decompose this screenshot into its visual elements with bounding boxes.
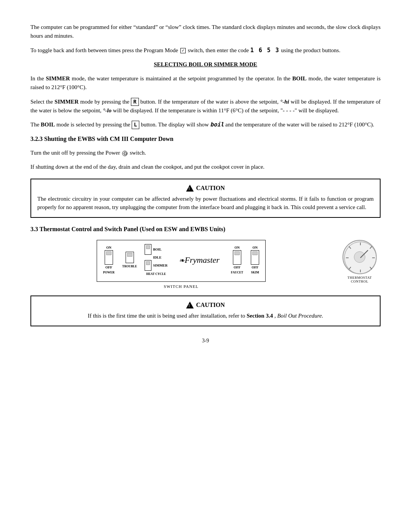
p4-m4: will be displayed. If the temperature is… [113, 107, 339, 113]
boil-switch [145, 244, 151, 255]
svg-line-6 [349, 267, 351, 269]
boil-switch-tab [146, 245, 150, 249]
page-number: 3-9 [30, 338, 381, 344]
switch-panel-label: SWITCH PANEL [164, 284, 198, 289]
r-button: R [131, 98, 139, 106]
skim-switch-tab [252, 251, 258, 255]
paragraph-1: The computer can be programmed for eithe… [30, 23, 381, 41]
caution-box-1: CAUTION The electronic circuitry in your… [30, 179, 381, 218]
skim-label: SKIM [251, 271, 259, 274]
paragraph-7: If shutting down at the end of the day, … [30, 163, 381, 171]
p5-m2: button. The display will show [141, 121, 210, 128]
paragraph-3: In the SIMMER mode, the water temperatur… [30, 74, 381, 92]
p2-text-prefix: To toggle back and forth between times p… [30, 47, 178, 53]
thermostat-dial [342, 240, 377, 274]
svg-line-4 [370, 267, 372, 269]
power-column: ON OFF POWER [103, 246, 115, 274]
p5-end: and the temperature of the water will be… [225, 121, 374, 128]
p5-prefix: The [30, 121, 41, 128]
panel-inner: ON OFF POWER TROUBLE [103, 244, 259, 276]
boil-switch-label: BOIL [153, 248, 162, 251]
p2-text-end: using the product buttons. [281, 47, 341, 53]
code-inline: 1 6 5 3 [250, 47, 280, 54]
power-switch [105, 250, 113, 265]
selecting-heading: SELECTING BOIL OR SIMMER MODE [30, 60, 381, 69]
p5-boil: BOIL [41, 121, 55, 128]
frymaster-text: Frymaster [185, 255, 220, 265]
power-off-label: OFF [105, 265, 112, 269]
p3-boil: BOIL [292, 75, 307, 81]
faucet-switch [233, 250, 241, 265]
switch-panel-box: ON OFF POWER TROUBLE [97, 240, 266, 282]
simmer-switch-label: SIMMER [153, 264, 167, 267]
simmer-row: SIMMER [145, 260, 167, 271]
p3-prefix: In the [30, 75, 46, 81]
trouble-switch [126, 252, 134, 263]
p4-hi: °-hi [280, 99, 289, 105]
p6-end: switch. [130, 150, 146, 156]
simmer-switch-tab [146, 261, 150, 265]
p4-m1: mode by pressing the [80, 99, 131, 105]
simmer-switch [145, 260, 151, 271]
paragraph-2: To toggle back and forth between times p… [30, 46, 381, 55]
power-switch-tab [106, 251, 112, 255]
caution-text-2: If this is the first time the unit is be… [37, 312, 374, 320]
caution-label-1: CAUTION [196, 185, 225, 192]
caution-label-2: CAUTION [196, 302, 225, 308]
svg-line-2 [370, 246, 372, 249]
svg-line-9 [360, 250, 368, 258]
trouble-label: TROUBLE [122, 265, 137, 268]
caution-title-1: CAUTION [37, 185, 374, 192]
paragraph-6: Turn the unit off by pressing the Power … [30, 149, 381, 157]
power-icon: ⏻ [122, 151, 127, 156]
paragraph-5: The BOIL mode is selected by pressing th… [30, 120, 381, 129]
p5-m1: mode is selected by pressing the [56, 121, 131, 128]
faucet-off-label: OFF [234, 265, 241, 269]
faucet-switch-tab [234, 251, 240, 255]
frymaster-logo: ❧Frymaster [179, 255, 220, 265]
caution-box-2: CAUTION If this is the first time the un… [30, 296, 381, 326]
p4-lo: °-lo [103, 107, 112, 113]
p4-m2: button. If the temperature of the water … [140, 99, 280, 105]
caution2-italic: , Boil Out Procedure. [274, 313, 323, 319]
p2-text-suffix: switch, then enter the code [188, 47, 249, 53]
checkbox-icon: ✓ [180, 48, 186, 53]
paragraph-4: Select the SIMMER mode by pressing the R… [30, 97, 381, 115]
thermostat-box: THERMOSTAT CONTROL [339, 240, 381, 283]
p6-text: Turn the unit off by pressing the Power [30, 150, 121, 156]
thermostat-ticks [343, 241, 378, 275]
thermostat-control-label: THERMOSTAT CONTROL [339, 276, 381, 283]
caution-triangle-icon-2 [186, 302, 194, 308]
subsection-323: 3.2.3 Shutting the EWBS with CM III Comp… [30, 134, 381, 144]
skim-column: ON OFF SKIM [251, 246, 259, 274]
skim-off-label: OFF [252, 265, 258, 269]
idle-label: IDLE [145, 256, 161, 259]
diagram-section: ON OFF POWER TROUBLE [30, 240, 381, 289]
idle-row: IDLE [145, 256, 161, 259]
caution-title-2: CAUTION [37, 302, 374, 308]
heat-cycle-column: BOIL IDLE SIMMER HEAT CYCLE [145, 244, 167, 276]
caution2-prefix: If this is the first time the unit is be… [88, 313, 245, 319]
heat-cycle-label: HEAT CYCLE [145, 272, 167, 276]
p3-simmer: SIMMER [46, 75, 70, 81]
skim-on-label: ON [252, 246, 258, 249]
faucet-label: FAUCET [231, 271, 243, 274]
caution-triangle-icon [186, 185, 194, 192]
power-label: POWER [103, 271, 115, 274]
faucet-on-label: ON [234, 246, 240, 249]
section-33-heading: 3.3 Thermostat Control and Switch Panel … [30, 225, 381, 234]
p4-prefix: Select the [30, 99, 54, 105]
caution2-bold: Section 3.4 [247, 313, 273, 319]
boil-display: boil [210, 121, 224, 128]
caution-text-1: The electronic circuitry in your compute… [37, 195, 374, 212]
power-on-label: ON [106, 246, 112, 249]
p4-simmer: SIMMER [54, 99, 78, 105]
frymaster-logo-container: ❧Frymaster [175, 255, 223, 265]
p3-middle: mode, the water temperature is maintaine… [72, 75, 292, 81]
trouble-column: TROUBLE [122, 252, 137, 268]
trouble-switch-tab [127, 253, 132, 257]
svg-line-8 [349, 246, 351, 249]
skim-switch [251, 250, 259, 265]
boil-row: BOIL [145, 244, 162, 255]
l-button: L [132, 121, 139, 129]
